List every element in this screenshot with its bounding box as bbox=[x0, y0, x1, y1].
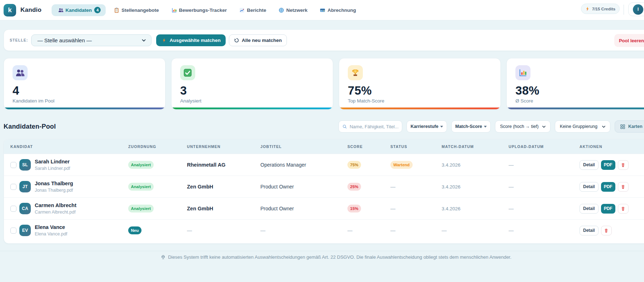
candidate-cell: CA Carmen Albrecht Carmen Albrecht.pdf bbox=[10, 202, 128, 215]
zuordnung-cell: Analysiert bbox=[128, 161, 187, 169]
detail-button[interactable]: Detail bbox=[580, 226, 599, 235]
stats-row: 4 Kandidaten im Pool 3 Analysiert 75% To… bbox=[4, 58, 644, 110]
avatar: EV bbox=[19, 225, 31, 236]
pdf-button[interactable]: PDF bbox=[601, 182, 615, 192]
col-unternehmen: UNTERNEHMEN bbox=[187, 144, 260, 149]
detail-button[interactable]: Detail bbox=[580, 182, 599, 192]
stat-value: 3 bbox=[180, 84, 324, 97]
caret-down-icon bbox=[484, 126, 487, 128]
zuordnung-cell: Neu bbox=[128, 226, 187, 234]
company-cell: Zen GmbH bbox=[187, 184, 260, 190]
candidate-cell: SL Sarah Lindner Sarah Lindner.pdf bbox=[10, 158, 128, 171]
avatar: I bbox=[633, 4, 643, 15]
candidate-names: Carmen Albrecht Carmen Albrecht.pdf bbox=[35, 202, 76, 215]
trash-icon bbox=[621, 184, 625, 190]
col-jobtitel: JOBTITEL bbox=[260, 144, 347, 149]
score-cell: — bbox=[347, 228, 390, 233]
stat-card-analysiert: 3 Analysiert bbox=[171, 58, 333, 110]
group-select[interactable]: Keine Gruppierung bbox=[555, 120, 610, 133]
clipboard-icon bbox=[114, 8, 119, 13]
stelle-select-value: — Stelle auswählen — bbox=[37, 37, 92, 43]
topbar-divider bbox=[624, 5, 624, 15]
logo-letter: k bbox=[8, 6, 12, 14]
match-date-cell: 3.4.2026 bbox=[442, 162, 509, 168]
sort-select[interactable]: Score (hoch → tief) bbox=[495, 120, 551, 133]
job-cell: Operations Manager bbox=[260, 162, 347, 168]
candidate-name: Elena Vance bbox=[35, 224, 67, 230]
view-toggle-karten[interactable]: Karten bbox=[615, 120, 644, 133]
detail-button[interactable]: Detail bbox=[580, 204, 599, 214]
trash-icon bbox=[621, 206, 625, 211]
scales-icon bbox=[160, 254, 166, 260]
career-filter-button[interactable]: Karrierestufe bbox=[407, 120, 447, 133]
nav-label: Kandidaten bbox=[66, 8, 92, 13]
row-checkbox[interactable] bbox=[10, 228, 16, 234]
upload-date-cell: — bbox=[509, 228, 580, 233]
detail-button[interactable]: Detail bbox=[580, 160, 599, 170]
company-cell: Rheinmetall AG bbox=[187, 162, 260, 168]
col-score: SCORE bbox=[347, 144, 390, 149]
delete-button[interactable] bbox=[618, 182, 629, 192]
job-cell: — bbox=[260, 228, 347, 233]
row-checkbox[interactable] bbox=[10, 206, 16, 212]
top-bar: k Kandio Kandidaten 4 Stellenangebote Be… bbox=[0, 0, 644, 20]
zuordnung-cell: Analysiert bbox=[128, 183, 187, 191]
table-row: EV Elena Vance Elena Vance.pdf Neu — — —… bbox=[4, 219, 644, 241]
rematch-all-button[interactable]: Alle neu matchen bbox=[229, 34, 287, 46]
nav-item-kandidaten[interactable]: Kandidaten 4 bbox=[52, 4, 106, 16]
table-header: KANDIDAT ZUORDNUNG UNTERNEHMEN JOBTITEL … bbox=[4, 139, 644, 154]
user-menu-button[interactable]: I bbox=[628, 3, 644, 16]
nav-item-berichte[interactable]: Berichte bbox=[235, 4, 270, 16]
credits-pill[interactable]: 7/15 Credits bbox=[581, 4, 620, 14]
actions-cell: Detail PDF bbox=[580, 204, 644, 214]
globe-icon bbox=[279, 8, 284, 13]
nav-item-abrechnung[interactable]: Abrechnung bbox=[316, 4, 360, 16]
stat-accent-strip bbox=[339, 107, 500, 109]
match-selected-button[interactable]: Ausgewählte matchen bbox=[156, 34, 226, 46]
row-checkbox[interactable] bbox=[10, 162, 16, 168]
trash-icon bbox=[621, 162, 625, 168]
score-filter-button[interactable]: Match-Score bbox=[451, 120, 491, 133]
grid-icon bbox=[620, 124, 625, 129]
credit-card-icon bbox=[320, 8, 325, 13]
delete-button[interactable] bbox=[618, 160, 629, 170]
avatar: JT bbox=[19, 181, 31, 192]
stat-value: 38% bbox=[515, 84, 644, 97]
col-zuordnung: ZUORDNUNG bbox=[128, 144, 187, 149]
trophy-icon bbox=[348, 65, 363, 80]
stelle-select[interactable]: — Stelle auswählen — bbox=[31, 34, 152, 46]
delete-button[interactable] bbox=[601, 226, 612, 235]
match-date-cell: 3.4.2026 bbox=[442, 184, 509, 190]
nav-item-bewerbungs-tracker[interactable]: Bewerbungs-Tracker bbox=[167, 4, 231, 16]
credits-label: 7/15 Credits bbox=[592, 7, 615, 11]
stat-accent-strip bbox=[172, 107, 333, 109]
people-icon bbox=[58, 8, 64, 13]
stat-card-avg-score: 38% Ø Score bbox=[506, 58, 644, 110]
pdf-button[interactable]: PDF bbox=[601, 204, 615, 214]
bar-chart-icon-glyph bbox=[519, 68, 527, 77]
row-checkbox[interactable] bbox=[10, 184, 16, 190]
nav-label: Stellenangebote bbox=[121, 8, 159, 13]
status-cell: — bbox=[390, 228, 442, 233]
clear-pool-button[interactable]: Pool leeren bbox=[614, 34, 644, 47]
brand: k Kandio bbox=[4, 4, 42, 16]
company-cell: Zen GmbH bbox=[187, 206, 260, 211]
company-cell: — bbox=[187, 228, 260, 233]
main-nav: Kandidaten 4 Stellenangebote Bewerbungs-… bbox=[52, 4, 360, 16]
col-status: STATUS bbox=[390, 144, 442, 149]
stelle-label: STELLE: bbox=[10, 38, 28, 42]
search-input[interactable] bbox=[350, 124, 398, 129]
match-date-cell: 3.4.2026 bbox=[442, 206, 509, 211]
nav-item-stellenangebote[interactable]: Stellenangebote bbox=[110, 4, 163, 16]
candidate-names: Jonas Thalberg Jonas Thalberg.pdf bbox=[35, 180, 73, 193]
score-badge: 25% bbox=[347, 183, 361, 191]
stat-value: 75% bbox=[348, 84, 492, 97]
score-badge: 75% bbox=[347, 161, 361, 169]
candidate-name: Carmen Albrecht bbox=[35, 202, 76, 209]
delete-button[interactable] bbox=[618, 204, 629, 214]
candidate-name: Sarah Lindner bbox=[35, 158, 70, 165]
stat-label: Kandidaten im Pool bbox=[13, 98, 157, 104]
pdf-button[interactable]: PDF bbox=[601, 160, 615, 170]
zap-icon bbox=[585, 6, 590, 11]
nav-item-netzwerk[interactable]: Netzwerk bbox=[274, 4, 312, 16]
